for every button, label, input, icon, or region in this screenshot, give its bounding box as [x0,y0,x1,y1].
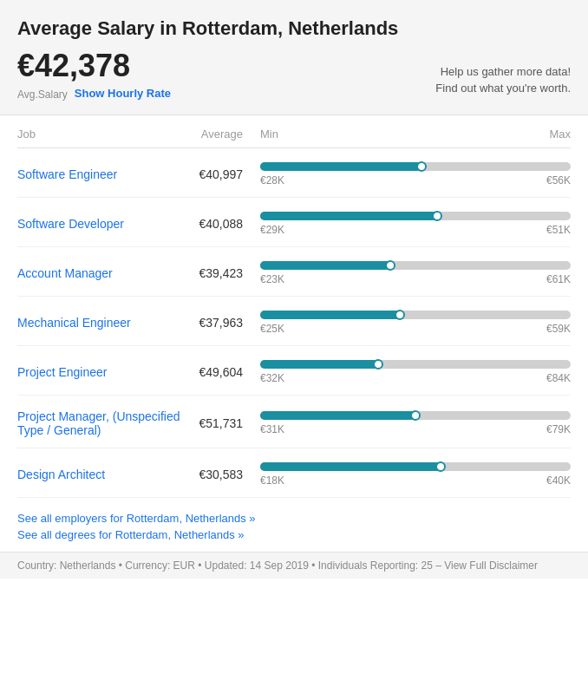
range-bar-fill [260,411,415,420]
job-range: €18K €40K [260,462,571,487]
col-avg-header: Average [191,128,260,141]
range-min-label: €32K [260,372,284,384]
range-bar [260,212,571,220]
job-avg: €40,088 [191,217,260,231]
table-row: Software Engineer €40,997 €28K €56K [17,148,571,198]
range-dot [432,211,442,221]
range-labels: €31K €79K [260,423,571,435]
job-name[interactable]: Account Manager [17,266,191,280]
range-dot [410,410,421,421]
job-range: €28K €56K [260,162,571,186]
table-row: Account Manager €39,423 €23K €61K [17,247,571,297]
job-name[interactable]: Software Developer [17,217,191,231]
range-bar-fill [260,360,378,369]
table-header: Job Average Min Max [17,115,571,148]
range-dot [435,461,446,472]
range-bar [260,261,571,270]
col-job-header: Job [17,128,191,141]
avg-salary-value: €42,378 [17,49,171,83]
avg-salary-label: Avg.Salary [17,88,68,101]
employers-link[interactable]: See all employers for Rotterdam, Netherl… [17,512,571,525]
job-range: €29K €51K [260,212,571,236]
job-name[interactable]: Project Manager, (Unspecified Type / Gen… [17,409,191,437]
table-row: Mechanical Engineer €37,963 €25K €59K [17,297,571,346]
footer-meta: Country: Netherlands • Currency: EUR • U… [0,552,588,579]
job-name[interactable]: Project Engineer [17,365,191,379]
range-bar-fill [260,162,421,171]
degrees-link[interactable]: See all degrees for Rotterdam, Netherlan… [17,528,571,541]
footer-links: See all employers for Rotterdam, Netherl… [0,498,588,552]
job-name[interactable]: Mechanical Engineer [17,316,191,330]
range-bar [260,462,571,471]
job-range: €31K €79K [260,411,571,435]
job-avg: €49,604 [191,365,260,379]
range-labels: €28K €56K [260,174,571,186]
job-range: €32K €84K [260,360,571,384]
range-max-label: €84K [546,372,571,384]
page-title: Average Salary in Rotterdam, Netherlands [17,17,571,40]
range-max-label: €59K [546,323,571,335]
range-max-label: €61K [546,273,571,285]
job-avg: €39,423 [191,266,260,280]
help-text: Help us gather more data! Find out what … [435,63,571,101]
job-avg: €40,997 [191,167,260,181]
job-range: €25K €59K [260,311,571,335]
table-row: Project Manager, (Unspecified Type / Gen… [17,396,571,448]
range-bar-fill [260,311,400,319]
range-bar [260,360,571,369]
range-min-label: €18K [260,474,284,487]
range-max-label: €40K [546,474,571,487]
range-bar [260,162,571,171]
table-row: Design Architect €30,583 €18K €40K [17,448,571,498]
range-bar-fill [260,462,441,471]
range-min-label: €31K [260,423,284,435]
range-labels: €23K €61K [260,273,571,285]
job-name[interactable]: Design Architect [17,468,191,481]
job-rows-container: Software Engineer €40,997 €28K €56K Soft… [17,148,571,498]
range-labels: €18K €40K [260,474,571,487]
range-dot [373,359,383,370]
range-dot [385,260,395,271]
range-labels: €32K €84K [260,372,571,384]
job-avg: €30,583 [191,468,260,481]
range-bar [260,311,571,319]
job-range: €23K €61K [260,261,571,285]
range-min-label: €25K [260,323,284,335]
table-row: Project Engineer €49,604 €32K €84K [17,346,571,396]
range-max-label: €51K [546,224,571,236]
range-max-label: €79K [546,423,571,435]
range-bar [260,411,571,420]
range-min-label: €29K [260,224,284,236]
range-labels: €29K €51K [260,224,571,236]
job-avg: €51,731 [191,416,260,430]
range-dot [395,310,405,320]
job-name[interactable]: Software Engineer [17,167,191,181]
range-dot [416,161,427,172]
show-hourly-rate-link[interactable]: Show Hourly Rate [75,87,171,100]
range-max-label: €56K [546,174,571,186]
table-row: Software Developer €40,088 €29K €51K [17,198,571,247]
range-bar-fill [260,261,390,270]
col-range-header: Min Max [260,128,571,141]
range-labels: €25K €59K [260,323,571,335]
range-min-label: €28K [260,174,284,186]
range-min-label: €23K [260,273,284,285]
job-avg: €37,963 [191,316,260,330]
range-bar-fill [260,212,437,220]
